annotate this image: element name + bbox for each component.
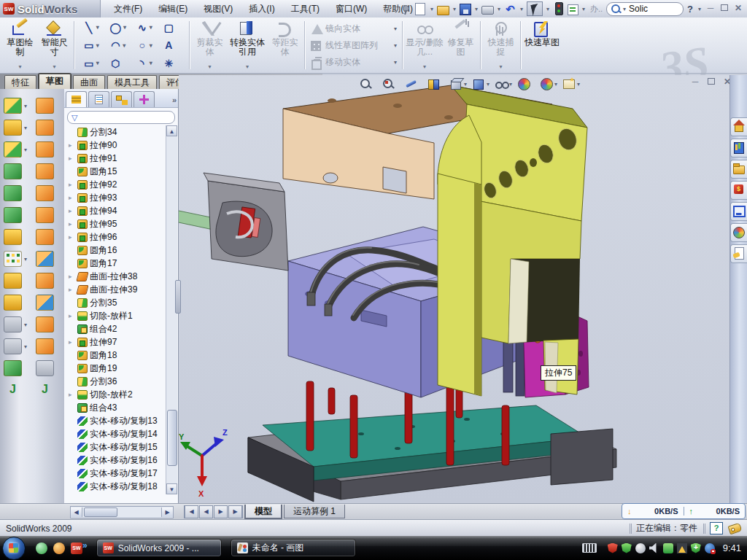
sketch-entity-button[interactable]: ▭ ▾ xyxy=(79,55,106,71)
configurationmanager-tab[interactable] xyxy=(111,91,132,107)
toolbar-icon-button[interactable]: ▾ xyxy=(4,228,28,246)
minimize-button[interactable]: ─ xyxy=(705,4,716,14)
search-caret-icon[interactable]: ▾ xyxy=(622,6,627,12)
command-tab[interactable]: 模具工具 xyxy=(107,75,157,89)
save-icon[interactable] xyxy=(460,4,471,15)
quick-launch-icon[interactable] xyxy=(36,542,47,554)
feature-tree-item[interactable]: ▸ 分割34 xyxy=(64,125,166,139)
more-tabs-chevron-icon[interactable]: » xyxy=(172,96,177,104)
toolbar-icon-button[interactable]: ▾ xyxy=(36,315,61,334)
task-pane-tab[interactable] xyxy=(730,117,747,136)
task-pane-tab[interactable] xyxy=(730,139,747,158)
sketch-entity-button[interactable]: ◠ ▾ xyxy=(106,38,133,53)
propertymanager-tab[interactable] xyxy=(88,91,109,107)
scroll-down-icon[interactable]: ▼ xyxy=(166,483,177,494)
hud-button[interactable]: ▾ xyxy=(382,77,400,90)
hud-button[interactable]: ▾ xyxy=(562,77,581,90)
doc-minimize-button[interactable]: ─ xyxy=(689,77,701,88)
feature-tree-item[interactable]: ▸ 组合43 xyxy=(64,401,166,414)
model-tab[interactable]: 模型 xyxy=(244,505,282,519)
search-box[interactable]: ▾ Solic xyxy=(606,2,684,16)
keyboard-layout-icon[interactable] xyxy=(582,543,597,553)
sketch-button[interactable]: 草图绘制 ▾ xyxy=(3,18,37,73)
toolbar-icon-button[interactable]: ▾ xyxy=(4,162,28,181)
front-block-right[interactable] xyxy=(551,429,613,485)
toolbar-icon-button[interactable]: ▾ xyxy=(36,184,61,203)
toolbar-icon-button[interactable]: ▾ xyxy=(36,293,61,312)
tray-icon[interactable] xyxy=(663,543,673,553)
toolbar-icon-button[interactable]: ▾ xyxy=(36,359,61,378)
hscrollbar-thumb[interactable] xyxy=(84,508,117,517)
toolbar-icon-button[interactable]: ▾ xyxy=(4,249,28,268)
feature-tree-item[interactable]: ▸ 实体-移动/复制15 xyxy=(64,440,166,454)
toolbar-icon-button[interactable]: ▾ xyxy=(36,337,61,356)
pin-icon[interactable] xyxy=(399,3,411,15)
menu-item[interactable]: 编辑(E) xyxy=(158,3,187,15)
command-tab[interactable]: 曲面 xyxy=(73,75,105,89)
expand-arrow-icon[interactable]: ▸ xyxy=(69,391,75,398)
quick-tips-button[interactable]: ? xyxy=(710,522,723,534)
task-pane-tab[interactable] xyxy=(730,181,747,200)
expand-arrow-icon[interactable]: ▸ xyxy=(69,312,75,319)
feature-tree-item[interactable]: ▸ 实体-移动/复制14 xyxy=(64,427,166,440)
sketch-entity-button[interactable]: ✳ ▾ xyxy=(159,55,186,71)
feature-tree-item[interactable]: ▸ 圆角17 xyxy=(64,257,166,270)
undo-icon[interactable]: ↶ xyxy=(504,3,516,15)
menu-item[interactable]: 文件(F) xyxy=(114,3,142,15)
feature-tree-item[interactable]: ▸ 圆角15 xyxy=(64,165,166,178)
sketch-entity-button[interactable]: ⬡ ▾ xyxy=(106,55,133,71)
toolbar-icon-button[interactable]: ▾ xyxy=(4,184,28,203)
dropdown-caret-icon[interactable]: ▾ xyxy=(18,62,21,71)
restore-button[interactable] xyxy=(719,4,730,14)
feature-tree-item[interactable]: ▸ 切除-放样2 xyxy=(64,388,166,401)
select-tool-icon[interactable] xyxy=(527,1,543,16)
task-pane-tab[interactable] xyxy=(730,202,747,221)
menu-item[interactable]: 插入(I) xyxy=(249,3,274,15)
expand-arrow-icon[interactable]: ▸ xyxy=(69,233,75,241)
panel-splitter-handle[interactable] xyxy=(175,280,181,314)
feature-tree-item[interactable]: ▸ 分割36 xyxy=(64,375,166,388)
taskbar-app-button[interactable]: 未命名 - 画图 xyxy=(231,539,356,557)
feature-tree-item[interactable]: ▸ 组合42 xyxy=(64,322,166,335)
expand-arrow-icon[interactable]: ▸ xyxy=(69,338,75,346)
tray-icon[interactable] xyxy=(608,543,618,553)
toolbar-icon-button[interactable]: ▾ xyxy=(36,271,61,290)
hud-button[interactable]: ▾ xyxy=(427,77,446,90)
sketch-entity-button[interactable]: ▢ ▾ xyxy=(159,20,186,35)
toolbar-icon-button[interactable]: ▾ xyxy=(4,271,28,290)
feature-tree-item[interactable]: ▸ 拉伸94 xyxy=(64,204,166,217)
tab-nav-button[interactable]: ▶ xyxy=(214,505,228,518)
toolbar-icon-button[interactable]: ▾ xyxy=(4,337,28,356)
options-list-icon[interactable] xyxy=(568,4,578,15)
feature-tree-item[interactable]: ▸ 拉伸90 xyxy=(64,139,166,152)
start-button[interactable] xyxy=(2,537,26,560)
scrollbar-thumb[interactable] xyxy=(167,410,177,466)
tray-icon[interactable] xyxy=(705,543,715,553)
graphics-viewport[interactable]: Y Z X xyxy=(179,75,747,503)
new-file-icon[interactable] xyxy=(415,3,425,15)
feature-tree-item[interactable]: ▸ 拉伸93 xyxy=(64,191,166,204)
doc-restore-button[interactable] xyxy=(705,77,717,88)
feature-tree-item[interactable]: ▸ 实体-移动/复制18 xyxy=(64,480,166,493)
toolbar-icon-button[interactable]: ▾ xyxy=(36,249,61,268)
feature-tree-item[interactable]: ▸ 实体-移动/复制17 xyxy=(64,467,166,480)
feature-tree-item[interactable]: ▸ 曲面-拉伸39 xyxy=(64,283,166,296)
dropdown-caret-icon[interactable]: ▾ xyxy=(53,62,55,71)
feature-tree-item[interactable]: ▸ 拉伸96 xyxy=(64,230,166,244)
expand-arrow-icon[interactable]: ▸ xyxy=(69,273,75,280)
feature-tree-item[interactable]: ▸ 分割35 xyxy=(64,296,166,309)
feature-tree-item[interactable]: ▸ 圆角16 xyxy=(64,244,166,257)
expand-arrow-icon[interactable]: ▸ xyxy=(69,141,75,149)
help-button[interactable]: ? xyxy=(686,4,694,15)
tab-nav-button[interactable]: ◀ xyxy=(199,505,213,518)
feature-tree-item[interactable]: ▸ 拉伸91 xyxy=(64,152,166,165)
rapid-sketch-button[interactable]: 快速草图 xyxy=(524,18,560,73)
tab-nav-button[interactable]: ◀ xyxy=(184,505,198,518)
toolbar-icon-button[interactable]: ▾ xyxy=(36,118,61,137)
sketch-entity-button[interactable]: A ▾ xyxy=(159,38,186,53)
search-input[interactable]: Solic xyxy=(629,4,648,14)
model-tab[interactable]: 运动算例 1 xyxy=(284,505,345,518)
toolbar-icon-button[interactable]: J ▾ xyxy=(36,381,61,400)
open-file-icon[interactable] xyxy=(437,6,449,15)
menu-item[interactable]: 工具(T) xyxy=(291,3,320,15)
